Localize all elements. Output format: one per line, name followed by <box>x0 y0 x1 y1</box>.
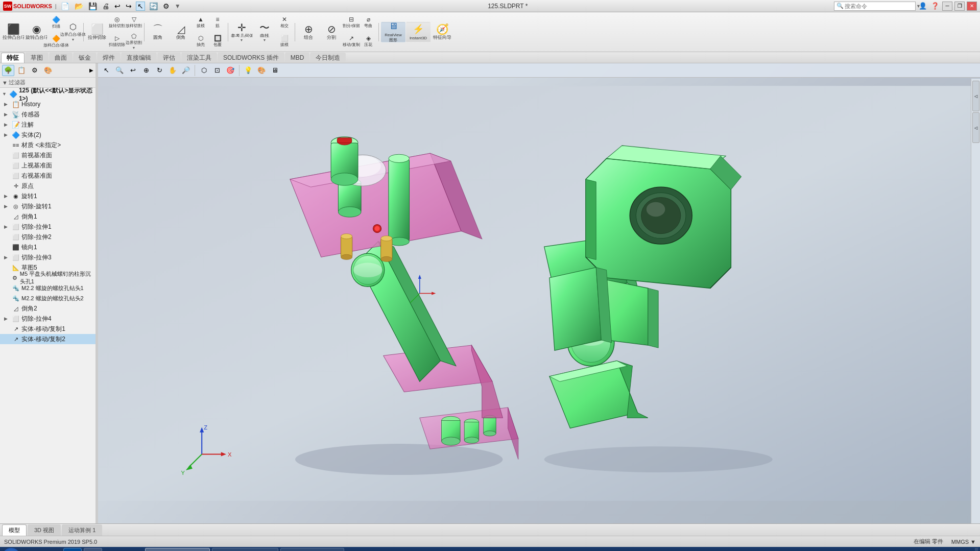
pointer-icon[interactable]: ↖ <box>136 2 145 11</box>
taskbar-solidworks[interactable]: SW SOLIDWORKS P... <box>145 548 210 551</box>
vt-rotate-button[interactable]: ↻ <box>153 64 165 77</box>
fillet-button[interactable]: ⌒ 圆角 <box>147 22 169 42</box>
tree-item-cut-extrude2[interactable]: ⬜ 切除-拉伸2 <box>0 232 95 242</box>
redo-icon[interactable]: ↪ <box>125 2 133 10</box>
btab-motion[interactable]: 运动算例 1 <box>62 524 102 536</box>
vt-prev-view-button[interactable]: ↩ <box>127 64 139 77</box>
split-button[interactable]: ⊘ 分割 <box>320 22 343 42</box>
flex-button[interactable]: ⌀ 弯曲 <box>360 13 376 32</box>
options-icon[interactable]: ⚙ <box>162 2 171 10</box>
sweep-cut-button[interactable]: ▷ 扫描切除 <box>109 32 125 51</box>
fm-property-button[interactable]: 📋 <box>15 65 28 76</box>
vt-select-button[interactable]: ↖ <box>100 64 112 77</box>
ref-geom-button[interactable]: ✛ 参考几何体 ▼ <box>230 22 253 42</box>
tab-weldment[interactable]: 焊件 <box>97 53 121 63</box>
tree-item-cut-revolve1[interactable]: ▶ ◎ 切除-旋转1 <box>0 201 95 211</box>
restore-button[interactable]: ❐ <box>954 2 965 11</box>
search-input[interactable] <box>845 3 915 9</box>
tree-item-revolve1[interactable]: ▶ ◉ 旋转1 <box>0 191 95 201</box>
revolve-boss-button[interactable]: ◉ 旋转凸台/基体 <box>25 22 47 42</box>
tree-item-m5hole[interactable]: ⚙ M5 平盘头机械螺钉的柱形沉头孔1 <box>0 273 95 283</box>
rebuild-icon[interactable]: 🔄 <box>148 2 159 10</box>
start-button[interactable]: ⊞ <box>2 548 20 551</box>
tree-item-m22thread2[interactable]: 🔩 M2.2 螺旋的螺纹孔钻头2 <box>0 293 95 303</box>
btab-model[interactable]: 模型 <box>2 524 27 536</box>
tree-item-annotation[interactable]: ▶ 📝 注解 <box>0 119 95 130</box>
boundary-boss-button[interactable]: ⬡ 边界凸台/基体 ▼ <box>65 22 81 42</box>
indent-button[interactable]: ⊟ 割分/保留 <box>343 13 360 32</box>
tab-sw-plugins[interactable]: SOLIDWORKS 插件 <box>218 53 284 63</box>
vt-headlights-button[interactable]: 💡 <box>242 64 254 77</box>
draft-button[interactable]: ▲ 拔模 <box>193 13 209 32</box>
chamfer-button[interactable]: ◿ 倒角 <box>170 22 192 42</box>
minimize-button[interactable]: ─ <box>942 2 952 11</box>
tab-surface[interactable]: 曲面 <box>49 53 73 63</box>
taskbar-360safe[interactable]: 🛡 <box>125 548 143 551</box>
units-label[interactable]: MMGS ▼ <box>951 539 976 545</box>
tree-item-chamfer1[interactable]: ◿ 倒角1 <box>0 211 95 222</box>
taskbar-show-desktop[interactable] <box>975 548 978 551</box>
vt-display-manager-button[interactable]: 🖥 <box>269 64 281 77</box>
taskbar-browser[interactable]: 🌐 <box>43 548 61 551</box>
customize-icon[interactable]: ▼ <box>174 3 182 10</box>
fm-feature-tree-button[interactable]: 🌳 <box>2 65 14 76</box>
tree-item-cut-extrude1[interactable]: ▶ ⬜ 切除-拉伸1 <box>0 222 95 232</box>
loft-cut-button[interactable]: ▽ 放样切割 <box>126 13 142 32</box>
tab-render[interactable]: 渲染工具 <box>181 53 217 63</box>
tab-sketch[interactable]: 草图 <box>25 53 49 63</box>
new-icon[interactable]: 📄 <box>60 2 70 10</box>
move-copy-button[interactable]: ↗ 移动/复制 <box>343 32 360 51</box>
shell-button[interactable]: ⬡ 抽壳 <box>193 32 209 51</box>
fm-appearance-button[interactable]: 🎨 <box>42 65 54 76</box>
rib-button[interactable]: ≡ 筋 <box>209 13 226 32</box>
combine-button[interactable]: ⊕ 组合 <box>297 22 320 42</box>
vt-zoom-button[interactable]: ⊕ <box>140 64 152 77</box>
tree-item-sensor[interactable]: ▶ 📡 传感器 <box>0 109 95 119</box>
taskbar-wps[interactable]: 📊 <box>104 548 123 551</box>
right-strip-btn1[interactable]: ◁ <box>972 81 979 111</box>
tab-direct-edit[interactable]: 直接编辑 <box>121 53 157 63</box>
tab-feature[interactable]: 特征 <box>1 53 25 63</box>
curves-button[interactable]: 〜 曲线 ▼ <box>253 22 276 42</box>
tree-item-body[interactable]: ▶ 🔷 实体(2) <box>0 130 95 140</box>
instant3d-button[interactable]: ⚡ Instant3D <box>406 22 431 42</box>
close-button[interactable]: ✕ <box>967 2 977 11</box>
vt-zoom-region-button[interactable]: 🔎 <box>180 64 192 77</box>
tree-root[interactable]: ▼ 🔷 125 (默认<<默认>显示状态 1>) <box>0 89 95 99</box>
tree-item-front-plane[interactable]: ⬜ 前视基准面 <box>0 150 95 160</box>
fm-origin-button[interactable]: ⚙ <box>29 65 41 76</box>
taskbar-folder[interactable]: 📁 H:\微信公众号/1... <box>280 548 344 551</box>
vt-zoom-fit-button[interactable]: 🔍 <box>113 64 126 77</box>
tree-item-cut-extrude3[interactable]: ▶ ⬜ 切除-拉伸3 <box>0 252 95 262</box>
intersect-button[interactable]: ✕ 相交 <box>276 13 293 32</box>
tree-item-material[interactable]: ≡≡ 材质 <未指定> <box>0 140 95 150</box>
tree-item-mirror1[interactable]: ⬛ 镜向1 <box>0 242 95 252</box>
extrude-boss-button[interactable]: ⬛ 拉伸凸台/基体 <box>2 22 25 42</box>
save-icon[interactable]: 💾 <box>87 2 98 10</box>
viewport[interactable]: ↖ 🔍 ↩ ⊕ ↻ ✋ 🔎 ⬡ ⊡ 🎯 💡 🎨 🖥 <box>98 63 980 523</box>
taskbar-photoshop[interactable]: Ps <box>63 548 82 551</box>
undo-icon[interactable]: ↩ <box>113 2 122 10</box>
tree-item-m22thread1[interactable]: 🔩 M2.2 螺旋的螺纹孔钻头1 <box>0 283 95 293</box>
tree-item-right-plane[interactable]: ⬜ 右视基准面 <box>0 171 95 181</box>
tab-evaluate[interactable]: 评估 <box>157 53 181 63</box>
wrap-button[interactable]: 🔲 包覆 <box>209 32 226 51</box>
emboss-button[interactable]: ◈ 压花 <box>360 32 376 51</box>
btab-3dview[interactable]: 3D 视图 <box>28 524 61 536</box>
vt-view-orient-button[interactable]: 🎯 <box>224 64 236 77</box>
tree-item-body-move1[interactable]: ↗ 实体-移动/复制1 <box>0 324 95 334</box>
extrude-ref-button[interactable]: ⬜ 拔模 <box>276 32 293 51</box>
fm-expand-button[interactable]: ▶ <box>89 67 93 73</box>
feature-wizard-button[interactable]: 🧭 特征向导 <box>431 22 453 42</box>
user-icon[interactable]: 👤 <box>918 2 928 11</box>
vt-display-button[interactable]: ⬡ <box>198 64 210 77</box>
tab-mfg-today[interactable]: 今日制造 <box>310 53 346 63</box>
tree-item-cut-extrude4[interactable]: ▶ ⬜ 切除-拉伸4 <box>0 314 95 324</box>
feature-tree[interactable]: ▼ 🔷 125 (默认<<默认>显示状态 1>) ▶ 📋 History ▶ 📡… <box>0 88 95 523</box>
right-strip-btn2[interactable]: ◁ <box>972 112 979 143</box>
print-icon[interactable]: 🖨 <box>101 2 110 10</box>
tab-sheetmetal[interactable]: 钣金 <box>73 53 97 63</box>
tree-item-body-move2[interactable]: ↗ 实体-移动/复制2 <box>0 334 95 344</box>
open-icon[interactable]: 📂 <box>74 2 84 10</box>
search-box[interactable]: 🔍 ▼ <box>834 2 916 11</box>
